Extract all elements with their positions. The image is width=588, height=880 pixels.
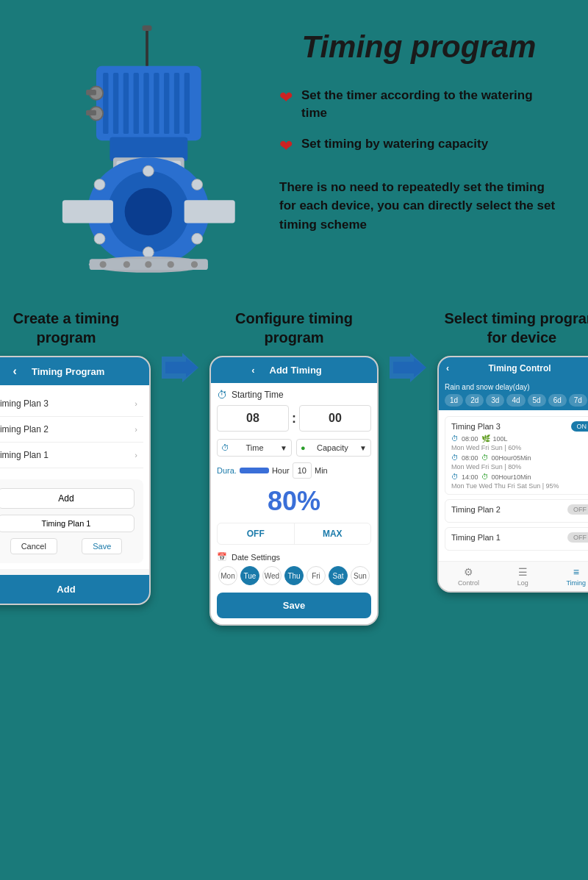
day-pill-7d[interactable]: 7d: [569, 394, 587, 407]
toggle-off-2[interactable]: OFF: [567, 504, 588, 515]
svg-point-27: [143, 247, 154, 258]
footer-tab-control[interactable]: ⚙ Control: [458, 566, 479, 587]
capacity-select[interactable]: ● Capacity ▼: [296, 439, 371, 457]
plan-item-3[interactable]: Timing Plan 3 ›: [0, 391, 143, 417]
description-text: There is no need to repeatedly set the t…: [279, 178, 559, 235]
phone-mockup-1: ‹ Timing Program Timing Plan 3 › Timing …: [0, 356, 151, 605]
leaf-s-1-icon: 🌿: [481, 434, 490, 443]
back-arrow-3-icon[interactable]: ‹: [446, 363, 449, 373]
phone2-title: Add Timing: [270, 365, 322, 376]
control-icon: ⚙: [464, 566, 473, 578]
toggle-on-3[interactable]: ON: [571, 421, 589, 432]
minute-input[interactable]: 00: [299, 405, 371, 432]
plan-name-1: Timing Plan 1: [0, 450, 49, 460]
svg-point-24: [192, 179, 203, 190]
footer-tab-log[interactable]: ☰ Log: [517, 566, 528, 587]
add-big-button[interactable]: Add: [0, 488, 135, 509]
day-thu[interactable]: Thu: [284, 566, 304, 585]
phone3-footer: ⚙ Control ☰ Log ≡ Timing: [439, 561, 588, 591]
plan-name-3: Timing Plan 3: [0, 398, 49, 409]
log-icon: ☰: [518, 566, 528, 578]
day-sat[interactable]: Sat: [329, 566, 348, 585]
day-mon[interactable]: Mon: [218, 566, 237, 585]
plan-sub-3-3: Mon Tue Wed Thu Fri Sat Sun | 95%: [451, 482, 588, 490]
footer-tab-timing[interactable]: ≡ Timing: [566, 566, 586, 587]
arrow-col-2: [390, 309, 426, 382]
arrow-col-1: [162, 309, 198, 382]
svg-point-25: [192, 233, 203, 244]
timing-plan-3-header: Timing Plan 3 ON: [451, 421, 588, 432]
plan-sub-3-1: Mon Wed Fri Sun | 60%: [451, 444, 588, 451]
hour-input[interactable]: 08: [217, 405, 289, 432]
toggle-off-1[interactable]: OFF: [567, 532, 588, 543]
save-timing-button[interactable]: Save: [217, 593, 371, 618]
save-button[interactable]: Save: [82, 538, 122, 554]
chevron-down-icon-2: ▼: [359, 444, 367, 452]
min-unit: Min: [315, 466, 328, 475]
cancel-button[interactable]: Cancel: [10, 538, 57, 554]
back-arrow-2-icon[interactable]: ‹: [251, 365, 254, 376]
day-sun[interactable]: Sun: [351, 566, 370, 585]
svg-point-26: [143, 165, 154, 176]
leaf-s-3-icon: ⏱: [481, 473, 489, 481]
phone1-footer[interactable]: Add: [0, 575, 149, 604]
day-pill-2d[interactable]: 2d: [465, 394, 484, 407]
date-settings-label: 📅 Date Settings: [217, 552, 371, 562]
feature-text-2: Set timing by watering capacity: [301, 135, 488, 153]
svg-rect-3: [103, 73, 108, 134]
svg-rect-10: [174, 73, 179, 134]
feature-item-2: ❤ Set timing by watering capacity: [279, 135, 559, 156]
day-pill-5d[interactable]: 5d: [528, 394, 546, 407]
day-pill-1d[interactable]: 1d: [445, 394, 463, 407]
back-arrow-icon[interactable]: ‹: [13, 365, 17, 378]
step-col-3: Select timing program for device ‹ Timin…: [437, 309, 588, 593]
arrow-right-1: [162, 353, 198, 382]
plan-item-1[interactable]: Timing Plan 1 ›: [0, 443, 143, 468]
max-button[interactable]: MAX: [295, 523, 371, 544]
arrow-right-2: [390, 353, 426, 382]
step-label-1: Create a timing program: [0, 309, 151, 347]
clock-s-3-icon: ⏱: [451, 473, 459, 481]
day-wed[interactable]: Wed: [262, 566, 282, 585]
clock-icon: ⏱: [217, 389, 227, 401]
plan-sub-3-2: Mon Wed Fri Sun | 80%: [451, 463, 588, 471]
row-selects: ⏱ Time ▼ ● Capacity ▼: [217, 439, 371, 457]
day-pill-6d[interactable]: 6d: [548, 394, 567, 407]
rain-delay-label: Rain and snow delay(day): [445, 383, 588, 391]
svg-rect-6: [134, 73, 139, 134]
days-row: Mon Tue Wed Thu Fri Sat Sun: [217, 566, 371, 585]
timing-plan-3-item: Timing Plan 3 ON ⏱ 08:00 🌿 100L Mon Wed …: [445, 416, 588, 495]
svg-point-22: [94, 179, 105, 190]
svg-rect-4: [113, 73, 118, 134]
svg-rect-16: [110, 137, 187, 161]
step-col-2: Configure timing program ‹ Add Timing ⏱ …: [209, 309, 379, 626]
svg-point-23: [94, 233, 105, 244]
day-pills-row: 1d 2d 3d 4d 5d 6d 7d: [445, 394, 588, 407]
phone3-header: ‹ Timing Control ↻: [439, 357, 588, 379]
svg-point-32: [100, 261, 107, 268]
day-pill-4d[interactable]: 4d: [506, 394, 525, 407]
svg-point-33: [123, 261, 130, 268]
day-tue[interactable]: Tue: [240, 566, 259, 585]
step-col-1: Create a timing program ‹ Timing Program…: [0, 309, 151, 605]
off-max-row: OFF MAX: [217, 523, 371, 545]
chevron-icon: ›: [135, 425, 137, 434]
phone1-header: ‹ Timing Program: [0, 357, 149, 385]
plan-item-2[interactable]: Timing Plan 2 ›: [0, 417, 143, 443]
phone3-body: Rain and snow delay(day) 1d 2d 3d 4d 5d …: [439, 379, 588, 561]
day-fri[interactable]: Fri: [306, 566, 326, 585]
timing-plan-2-item: Timing Plan 2 OFF: [445, 499, 588, 523]
time-select[interactable]: ⏱ Time ▼: [217, 439, 292, 457]
step-label-2: Configure timing program: [209, 309, 379, 347]
svg-point-21: [125, 188, 172, 235]
clock-s-icon: ⏱: [221, 443, 229, 452]
plan-name-input[interactable]: Timing Plan 1: [0, 515, 135, 532]
top-section: Timing program ❤ Set the timer according…: [0, 0, 588, 294]
starting-time-label: ⏱ Starting Time: [217, 389, 371, 401]
min-val[interactable]: 10: [293, 462, 312, 479]
feature-text-1: Set the timer according to the watering …: [301, 87, 559, 122]
dura-input[interactable]: [240, 468, 269, 473]
leaf-s-icon: ●: [301, 443, 306, 452]
day-pill-3d[interactable]: 3d: [486, 394, 504, 407]
off-button[interactable]: OFF: [218, 523, 295, 544]
